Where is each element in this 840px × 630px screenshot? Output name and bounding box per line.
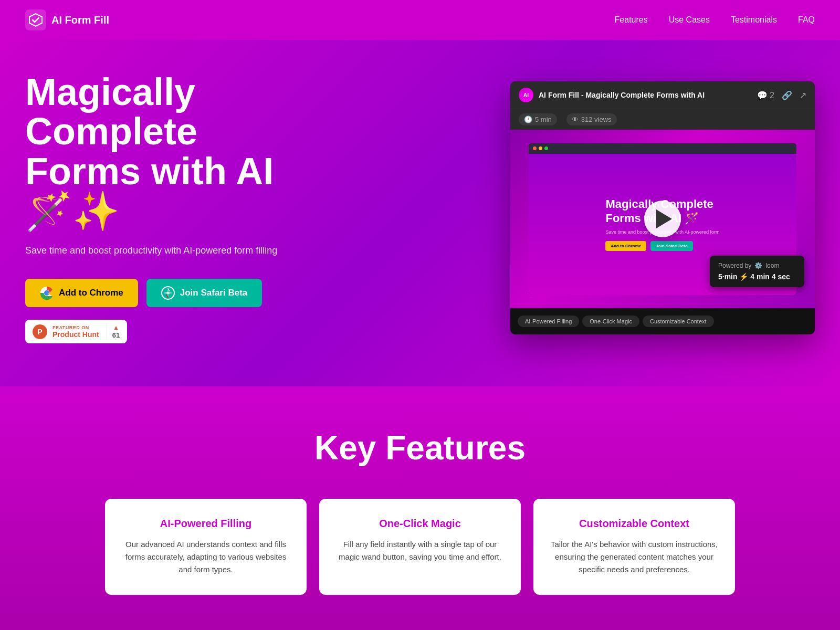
chrome-icon (40, 286, 54, 300)
clock-icon: 🕐 (524, 116, 532, 123)
video-bottom-bar: AI-Powered Filling One-Click Magic Custo… (510, 308, 815, 334)
product-hunt-badge[interactable]: P FEATURED ON Product Hunt ▲ 61 (25, 320, 127, 343)
loom-overlay: Powered by ⚙️ loom 5·min ⚡ 4 min 4 sec (710, 256, 804, 287)
svg-rect-0 (25, 9, 46, 30)
feature-title-1: One-Click Magic (336, 518, 504, 530)
loom-gear-icon: ⚙️ (754, 262, 762, 269)
eye-icon: 👁 (572, 116, 579, 123)
video-avatar: AI (519, 88, 533, 102)
logo-text: AI Form Fill (51, 14, 109, 26)
hero-title-line1: Magically Complete (25, 71, 197, 153)
add-to-chrome-button[interactable]: Add to Chrome (25, 279, 138, 307)
bottom-tag-2: Customizable Context (643, 316, 714, 327)
video-container: AI AI Form Fill - Magically Complete For… (510, 81, 815, 334)
video-header: AI AI Form Fill - Magically Complete For… (510, 81, 815, 109)
play-button[interactable] (644, 201, 681, 237)
feature-title-2: Customizable Context (550, 518, 718, 530)
inner-chrome-btn: Add to Chrome (605, 241, 646, 251)
ph-vote-count: 61 (112, 331, 120, 339)
product-hunt-count: ▲ 61 (107, 324, 120, 339)
svg-marker-6 (163, 292, 173, 294)
feature-card-2: Customizable Context Tailor the AI's beh… (533, 499, 735, 595)
window-dot-red (533, 146, 537, 150)
features-grid: AI-Powered Filling Our advanced AI under… (105, 499, 735, 595)
nav-link-usecases[interactable]: Use Cases (669, 15, 710, 24)
feature-title-0: AI-Powered Filling (122, 518, 290, 530)
logo-icon (25, 9, 46, 30)
product-hunt-logo: P (33, 324, 47, 339)
video-title-text: AI Form Fill - Magically Complete Forms … (539, 91, 705, 99)
ph-name: Product Hunt (52, 330, 99, 339)
play-triangle-icon (656, 209, 672, 228)
join-safari-button[interactable]: Join Safari Beta (146, 279, 262, 307)
nav-link-testimonials[interactable]: Testimonials (731, 15, 777, 24)
navbar: AI Form Fill Features Use Cases Testimon… (0, 0, 840, 40)
nav-link-features[interactable]: Features (615, 15, 648, 24)
video-title-row: AI AI Form Fill - Magically Complete For… (519, 88, 705, 102)
ph-arrow-icon: ▲ (113, 324, 119, 331)
feature-text-0: Our advanced AI understands context and … (122, 538, 290, 576)
loom-brand-text: loom (765, 262, 779, 269)
window-dot-yellow (539, 146, 542, 150)
video-meta-bar: 🕐 5 min 👁 312 views (510, 109, 815, 130)
ph-featured-label: FEATURED ON (52, 325, 99, 330)
bottom-tag-1: One-Click Magic (582, 316, 639, 327)
comment-icon[interactable]: 💬 2 (757, 90, 774, 100)
nav-link-faq[interactable]: FAQ (798, 15, 815, 24)
video-duration: 🕐 5 min (519, 113, 557, 125)
inner-screen-header (529, 143, 796, 154)
key-features-title: Key Features (25, 428, 815, 467)
loom-time-text: 5·min ⚡ 4 min 4 sec (718, 272, 796, 281)
feature-card-1: One-Click Magic Fill any field instantly… (319, 499, 521, 595)
feature-text-1: Fill any field instantly with a single t… (336, 538, 504, 563)
inner-buttons: Add to Chrome Join Safari Beta (605, 241, 719, 251)
hero-left: Magically Complete Forms with AI 🪄✨ Save… (25, 72, 298, 343)
hero-title-line2: Forms with AI 🪄✨ (25, 150, 274, 232)
safari-icon (161, 286, 175, 300)
views-text: 312 views (581, 116, 612, 123)
link-icon[interactable]: 🔗 (782, 90, 792, 100)
window-dot-green (544, 146, 548, 150)
bottom-tag-0: AI-Powered Filling (518, 316, 579, 327)
feature-text-2: Tailor the AI's behavior with custom ins… (550, 538, 718, 576)
loom-powered-text: Powered by (718, 262, 751, 269)
video-thumbnail: Magically Complete Forms with AI 🪄 Save … (510, 130, 815, 308)
hero-video-panel: AI AI Form Fill - Magically Complete For… (510, 81, 815, 334)
feature-card-0: AI-Powered Filling Our advanced AI under… (105, 499, 307, 595)
loom-powered-row: Powered by ⚙️ loom (718, 262, 796, 269)
video-header-icons: 💬 2 🔗 ↗ (757, 90, 806, 100)
nav-links: Features Use Cases Testimonials FAQ (615, 15, 815, 25)
hero-buttons: Add to Chrome Join Safari Beta (25, 279, 298, 307)
product-hunt-text: FEATURED ON Product Hunt (52, 325, 99, 339)
share-icon[interactable]: ↗ (800, 90, 806, 100)
logo[interactable]: AI Form Fill (25, 9, 109, 30)
duration-text: 5 min (535, 116, 552, 123)
hero-title: Magically Complete Forms with AI 🪄✨ (25, 72, 298, 231)
hero-section: Magically Complete Forms with AI 🪄✨ Save… (0, 40, 840, 386)
video-views: 👁 312 views (566, 113, 617, 125)
key-features-section: Key Features AI-Powered Filling Our adva… (0, 386, 840, 630)
inner-safari-btn: Join Safari Beta (650, 241, 692, 251)
hero-subtitle: Save time and boost productivity with AI… (25, 244, 298, 258)
safari-button-label: Join Safari Beta (180, 288, 248, 298)
chrome-button-label: Add to Chrome (59, 288, 123, 298)
